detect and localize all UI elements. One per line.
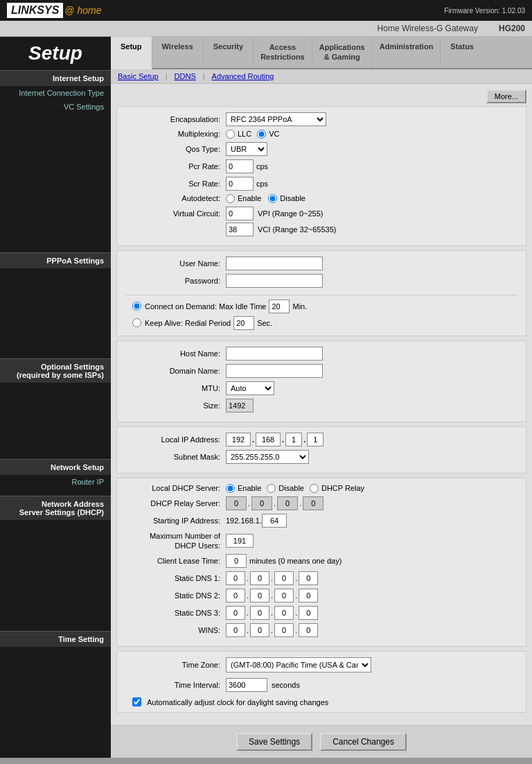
virtual-circuit-label: Virtual Circuit: xyxy=(125,209,226,218)
dns2-2[interactable] xyxy=(250,589,269,602)
encapsulation-select[interactable]: RFC 2364 PPPoA xyxy=(226,112,326,126)
relay-ip-4[interactable] xyxy=(303,496,323,510)
sidebar-section-optional: Optional Settings (required by some ISPs… xyxy=(0,358,111,383)
connect-demand-radio[interactable] xyxy=(132,302,141,311)
dns2-4[interactable] xyxy=(299,589,318,602)
username-input[interactable] xyxy=(226,257,323,270)
pcr-unit: cps xyxy=(256,162,268,171)
dns1-3[interactable] xyxy=(274,571,294,585)
mtu-select[interactable]: Auto xyxy=(226,381,274,395)
wins-4[interactable] xyxy=(299,623,318,637)
scr-input[interactable] xyxy=(226,177,254,191)
static-dns3-label: Static DNS 3: xyxy=(125,609,226,617)
client-lease-input[interactable] xyxy=(226,554,247,568)
keep-alive-radio[interactable] xyxy=(132,318,141,327)
timezone-select[interactable]: (GMT-08:00) Pacific Time (USA & Canada) xyxy=(226,657,371,672)
vpi-input[interactable] xyxy=(226,207,254,220)
connect-demand-label: Connect on Demand: Max Idle Time xyxy=(145,302,266,311)
hostname-label: Host Name: xyxy=(125,349,226,358)
password-input[interactable] xyxy=(226,274,323,288)
pcr-label: Pcr Rate: xyxy=(125,162,226,171)
wins-3[interactable] xyxy=(274,623,294,637)
local-ip-label: Local IP Address: xyxy=(125,435,226,444)
dhcp-enable-radio[interactable] xyxy=(226,484,235,493)
auto-adjust-checkbox[interactable] xyxy=(132,697,141,706)
cancel-button[interactable]: Cancel Changes xyxy=(320,733,407,751)
mtu-label: MTU: xyxy=(125,384,226,392)
dns2-3[interactable] xyxy=(274,589,294,602)
tab-wireless[interactable]: Wireless xyxy=(152,37,204,68)
device-name: Home Wireless-G Gateway xyxy=(378,24,478,33)
d1dot3: . xyxy=(295,574,297,582)
subnet-mask-select[interactable]: 255.255.255.0 xyxy=(226,450,309,464)
pcr-input[interactable] xyxy=(226,159,254,173)
ip1-dot: . xyxy=(252,435,254,444)
keep-alive-input[interactable] xyxy=(233,316,254,330)
dns1-2[interactable] xyxy=(250,571,269,585)
local-ip-1[interactable] xyxy=(226,433,251,446)
subnav-advanced-routing[interactable]: Advanced Routing xyxy=(212,72,274,80)
timezone-label: Time Zone: xyxy=(125,661,226,669)
time-interval-unit: seconds xyxy=(272,681,300,689)
sidebar-item-connection-type[interactable]: Internet Connection Type xyxy=(0,86,111,100)
autodetect-enable-radio[interactable] xyxy=(226,194,235,203)
relay-ip-1[interactable] xyxy=(226,496,247,510)
dns1-1[interactable] xyxy=(226,571,245,585)
more-button[interactable]: More... xyxy=(486,89,526,103)
tab-security[interactable]: Security xyxy=(204,37,254,68)
setup-title: Setup xyxy=(6,42,105,64)
subnav-ddns[interactable]: DDNS xyxy=(175,72,196,80)
sidebar-item-router-ip[interactable]: Router IP xyxy=(0,475,111,489)
sidebar-section-network: Network Setup xyxy=(0,459,111,475)
relay-ip-2[interactable] xyxy=(251,496,272,510)
wins-2[interactable] xyxy=(250,623,269,637)
sidebar-item-vc-settings[interactable]: VC Settings xyxy=(0,100,111,114)
multiplexing-vc-label: VC xyxy=(269,130,279,138)
local-ip-4[interactable] xyxy=(307,433,323,446)
wins-label: WINS: xyxy=(125,626,226,634)
dhcp-disable-radio[interactable] xyxy=(267,484,276,493)
firmware-version: Firmware Version: 1.02.03 xyxy=(444,7,525,15)
subnav-basic-setup[interactable]: Basic Setup xyxy=(118,72,159,80)
max-users-input[interactable] xyxy=(226,534,254,548)
multiplexing-llc-radio[interactable] xyxy=(226,130,235,139)
relay-ip-3[interactable] xyxy=(277,496,298,510)
dns1-4[interactable] xyxy=(299,571,318,585)
local-ip-2[interactable] xyxy=(256,433,281,446)
subnav-divider1: | xyxy=(166,72,168,80)
d1dot1: . xyxy=(247,574,249,582)
tab-setup[interactable]: Setup xyxy=(111,37,152,69)
time-interval-input[interactable] xyxy=(226,678,267,692)
autodetect-disable-radio[interactable] xyxy=(268,194,277,203)
d2dot3: . xyxy=(295,591,297,600)
dns3-4[interactable] xyxy=(299,606,318,620)
tab-administration[interactable]: Administration xyxy=(373,37,441,68)
dhcp-relay-radio[interactable] xyxy=(310,484,319,493)
dns3-2[interactable] xyxy=(250,606,269,620)
tab-access-restrictions[interactable]: AccessRestrictions xyxy=(254,37,312,68)
dns3-3[interactable] xyxy=(274,606,294,620)
tab-status[interactable]: Status xyxy=(441,37,484,68)
vci-input[interactable] xyxy=(226,223,254,236)
ip3-dot: . xyxy=(303,435,305,444)
time-interval-label: Time Interval: xyxy=(125,681,226,689)
scr-unit: cps xyxy=(256,180,268,188)
username-label: User Name: xyxy=(125,259,226,268)
dns2-1[interactable] xyxy=(226,589,245,602)
wins-1[interactable] xyxy=(226,623,245,637)
hostname-input[interactable] xyxy=(226,347,323,361)
tab-applications-gaming[interactable]: Applications& Gaming xyxy=(312,37,373,68)
qos-select[interactable]: UBR xyxy=(226,142,267,156)
domainname-label: Domain Name: xyxy=(125,367,226,375)
connect-demand-input[interactable] xyxy=(269,299,290,313)
dns3-1[interactable] xyxy=(226,606,245,620)
domainname-input[interactable] xyxy=(226,364,323,378)
autodetect-disable-label: Disable xyxy=(280,194,305,202)
starting-ip-last[interactable] xyxy=(262,514,287,528)
dhcp-enable-label: Enable xyxy=(238,484,261,492)
size-input[interactable] xyxy=(226,399,254,413)
local-ip-3[interactable] xyxy=(285,433,302,446)
save-button[interactable]: Save Settings xyxy=(236,733,312,751)
multiplexing-vc-radio[interactable] xyxy=(257,130,266,139)
dhcp-label: Local DHCP Server: xyxy=(125,484,226,492)
